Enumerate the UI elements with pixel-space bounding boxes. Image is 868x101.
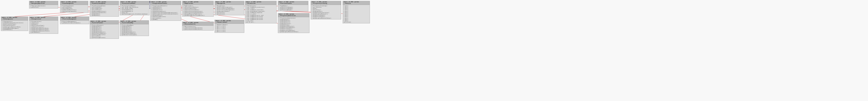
node-pcooperation-title: adore::if_ROS::params::PCCooperation: [29, 17, 58, 21]
node-localmap: adore::if_ROS::params::PLateralRoadMap #…: [120, 20, 149, 36]
node-longitudinalplanner: adore::if_ROS::params::PLongitudinalPlan…: [150, 1, 181, 21]
node-lateralplanner-title: adore::if_ROS::params::PLateralPlanner: [90, 21, 119, 24]
node-emergencyoperation-title: adore::if_ROS::params::EmergencyOperatio…: [29, 1, 58, 5]
node-checkpoints: adore::if_ROS::params::PCCheckpoints # C…: [1, 17, 28, 31]
node-lateralplanner: adore::if_ROS::params::PLateralPlanner #…: [90, 20, 119, 39]
node-pcooperation: adore::if_ROS::params::PCCooperation # P…: [29, 17, 58, 34]
node-longitudinalplanner-title: adore::if_ROS::params::PLongitudinalPlan…: [150, 1, 181, 5]
node-navigation: adore::if_ROS::params::PNavigation # Nav…: [215, 1, 244, 15]
node-emergencyoperation: adore::if_ROS::params::EmergencyOperatio…: [29, 1, 58, 8]
node-pvehicle: adore::if_ROS::params::PVehicle # get() …: [343, 1, 370, 23]
node-localmap-title: adore::if_ROS::params::PLateralRoadMap: [120, 21, 149, 24]
node-missioncontrol-title: adore::if_ROS::params::PMissionControl: [182, 22, 214, 26]
node-navigation-title: adore::if_ROS::params::PNavigation: [215, 1, 244, 5]
node-lanefollowingview: adore::if_ROS::params::PLaneFollowingVie…: [90, 1, 119, 17]
node-prediction: adore::if_ROS::params::PPrediction # PPr…: [245, 1, 277, 23]
node-lanefollowingview-title: adore::if_ROS::params::PLaneFollowingVie…: [90, 1, 119, 5]
node-lanechangeview: adore::if_ROS::params::PLaneChangeView #…: [60, 1, 88, 12]
node-missioncontrol: adore::if_ROS::params::PMissionControl #…: [182, 22, 214, 30]
node-checkpoints-title: adore::if_ROS::params::PCCheckpoints: [1, 17, 28, 21]
node-trajectorygeneration-title: adore::if_ROS::params::PTrajectoryGenera…: [278, 14, 309, 17]
node-pvehicle-title: adore::if_ROS::params::PVehicle: [343, 1, 370, 5]
node-functionmanagement-title: adore::if_ROS::params::PFunctionManageme…: [60, 17, 89, 21]
node-localizationmodel: adore::if_ROS::params::PLocalizationMode…: [120, 1, 150, 15]
node-trajectorytracking-title: adore::if_ROS::params::PTrajectoryTracki…: [311, 1, 341, 5]
node-prediction-title: adore::if_ROS::params::PPrediction: [245, 1, 276, 5]
node-localizationmodel-title: adore::if_ROS::params::PLocalizationMode…: [120, 1, 149, 5]
node-mapprovider-title: adore::if_ROS::params::PMapProvider: [182, 1, 214, 5]
node-tacticalplanner: adore::if_ROS::params::PTacticalPlanner …: [278, 1, 308, 11]
node-odometrymodel-title: adore::if_ROS::params::POdometryModel: [215, 20, 244, 24]
node-trajectorytracking: adore::if_ROS::params::PTrajectoryTracki…: [311, 1, 341, 19]
node-lanechangeview-title: adore::if_ROS::params::PLaneChangeView: [60, 1, 88, 5]
node-trajectorygeneration: adore::if_ROS::params::PTrajectoryGenera…: [278, 13, 309, 33]
node-mapprovider: adore::if_ROS::params::PMapProvider # Ma…: [182, 1, 214, 17]
node-odometrymodel: adore::if_ROS::params::POdometryModel # …: [215, 20, 244, 33]
diagram-container: adore::if_ROS::ROSParam # prefix_ # node…: [0, 0, 868, 101]
node-tacticalplanner-title: adore::if_ROS::params::PTacticalPlanner: [278, 1, 308, 5]
node-functionmanagement: adore::if_ROS::params::PFunctionManageme…: [60, 17, 89, 24]
